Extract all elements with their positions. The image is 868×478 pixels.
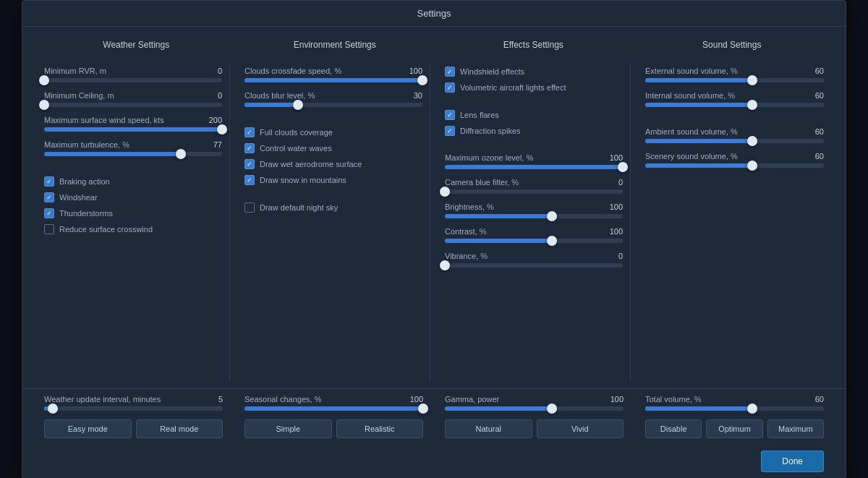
effects-section: ✓ Windshield effects ✓ Volumetric aircra… [438, 63, 631, 381]
done-row: Done [22, 445, 846, 478]
sound-buttons: Disable Optimum Maximum [645, 419, 824, 438]
clouds-crossfade-label: Clouds crossfade speed, % [244, 67, 341, 75]
weather-header: Weather Settings [37, 34, 236, 56]
content-area: Minimum RVR, m 0 Minimum Ceiling, m 0 [22, 56, 846, 388]
simple-button[interactable]: Simple [244, 419, 332, 438]
ambient-sound-slider-row: Ambient sound volume, % 60 [645, 127, 824, 143]
vol-lights-checkbox-row[interactable]: ✓ Volumetric aircraft lights effect [445, 82, 623, 93]
environment-section: Clouds crossfade speed, % 100 Clouds blu… [237, 63, 430, 381]
sound-bottom: Total volume, % 60 Disable Optimum Maxim… [638, 389, 831, 441]
weather-buttons: Easy mode Real mode [44, 419, 223, 438]
gamma-label: Gamma, power [445, 395, 499, 404]
clouds-crossfade-track[interactable] [244, 78, 422, 82]
clouds-blur-track[interactable] [244, 103, 422, 107]
lens-flares-checkbox-row[interactable]: ✓ Lens flares [445, 110, 623, 120]
total-volume-value: 60 [802, 395, 824, 404]
contrast-label: Contrast, % [445, 227, 486, 236]
brightness-track[interactable] [445, 214, 623, 218]
weather-update-track[interactable] [44, 406, 223, 411]
reduce-crosswind-checkbox[interactable] [44, 224, 54, 234]
min-rvr-value: 0 [200, 67, 222, 75]
optimum-button[interactable]: Optimum [706, 419, 762, 438]
full-clouds-label: Full clouds coverage [260, 128, 333, 137]
done-button[interactable]: Done [761, 451, 824, 472]
ozone-slider-row: Maximum ozone level, % 100 [445, 153, 623, 169]
environment-bottom: Seasonal changes, % 100 Simple Realistic [237, 389, 430, 441]
vol-lights-checkbox[interactable]: ✓ [445, 82, 455, 93]
scenery-sound-value: 60 [802, 152, 824, 161]
min-rvr-track[interactable] [44, 78, 222, 82]
reduce-crosswind-checkbox-row[interactable]: Reduce surface crosswind [44, 224, 222, 234]
real-mode-button[interactable]: Real mode [136, 419, 224, 438]
disable-button[interactable]: Disable [645, 419, 702, 438]
reduce-crosswind-label: Reduce surface crosswind [59, 225, 153, 234]
ext-sound-track[interactable] [645, 78, 824, 82]
wet-aerodrome-checkbox[interactable]: ✓ [244, 159, 255, 169]
windshear-checkbox[interactable]: ✓ [44, 192, 54, 202]
night-sky-checkbox-row[interactable]: Draw default night sky [244, 202, 422, 213]
windshear-label: Windshear [59, 193, 98, 202]
int-sound-track[interactable] [645, 103, 824, 107]
realistic-button[interactable]: Realistic [336, 419, 424, 438]
braking-action-checkbox-row[interactable]: ✓ Braking action [44, 176, 222, 187]
total-volume-slider-row: Total volume, % 60 [645, 395, 824, 411]
scenery-sound-track[interactable] [645, 163, 824, 168]
natural-button[interactable]: Natural [445, 419, 532, 438]
vibrance-track[interactable] [445, 263, 623, 268]
seasonal-label: Seasonal changes, % [244, 395, 321, 404]
snow-mountains-checkbox[interactable]: ✓ [244, 175, 255, 185]
weather-update-value: 5 [201, 395, 223, 404]
seasonal-track[interactable] [244, 406, 423, 411]
wet-aerodrome-label: Draw wet aerodrome surface [260, 160, 362, 168]
blue-filter-track[interactable] [445, 189, 623, 194]
weather-update-label: Weather update interval, minutes [44, 395, 161, 404]
ozone-value: 100 [601, 153, 623, 162]
environment-buttons: Simple Realistic [244, 419, 423, 438]
maximum-button[interactable]: Maximum [767, 419, 824, 438]
ozone-track[interactable] [445, 165, 623, 169]
sound-header: Sound Settings [633, 34, 832, 56]
vivid-button[interactable]: Vivid [537, 419, 624, 438]
braking-action-checkbox[interactable]: ✓ [44, 176, 54, 187]
vibrance-slider-row: Vibrance, % 0 [445, 252, 623, 268]
ext-sound-label: External sound volume, % [645, 67, 738, 75]
snow-mountains-checkbox-row[interactable]: ✓ Draw snow in mountains [244, 175, 422, 185]
max-wind-track[interactable] [44, 127, 222, 132]
contrast-track[interactable] [445, 239, 623, 243]
thunderstorms-checkbox-row[interactable]: ✓ Thunderstorms [44, 208, 222, 218]
lens-flares-checkbox[interactable]: ✓ [445, 110, 455, 120]
weather-section: Minimum RVR, m 0 Minimum Ceiling, m 0 [37, 63, 230, 381]
windshield-effects-checkbox-row[interactable]: ✓ Windshield effects [445, 67, 623, 77]
full-clouds-checkbox-row[interactable]: ✓ Full clouds coverage [244, 127, 422, 137]
min-rvr-label: Minimum RVR, m [44, 67, 106, 75]
min-ceiling-track[interactable] [44, 103, 222, 107]
int-sound-label: Internal sound volume, % [645, 91, 735, 100]
windshield-effects-checkbox[interactable]: ✓ [445, 67, 455, 77]
blue-filter-slider-row: Camera blue filter, % 0 [445, 178, 623, 194]
water-waves-label: Control water waves [260, 144, 332, 153]
diffraction-spikes-checkbox[interactable]: ✓ [445, 126, 455, 136]
diffraction-spikes-checkbox-row[interactable]: ✓ Diffraction spikes [445, 126, 623, 136]
gamma-track[interactable] [445, 406, 624, 411]
night-sky-checkbox[interactable] [244, 202, 255, 213]
wet-aerodrome-checkbox-row[interactable]: ✓ Draw wet aerodrome surface [244, 159, 422, 169]
diffraction-spikes-label: Diffraction spikes [460, 127, 521, 135]
effects-bottom: Gamma, power 100 Natural Vivid [438, 389, 631, 441]
gamma-slider-row: Gamma, power 100 [445, 395, 624, 411]
total-volume-track[interactable] [645, 406, 824, 411]
thunderstorms-checkbox[interactable]: ✓ [44, 208, 54, 218]
water-waves-checkbox[interactable]: ✓ [244, 143, 255, 153]
windshear-checkbox-row[interactable]: ✓ Windshear [44, 192, 222, 202]
easy-mode-button[interactable]: Easy mode [44, 419, 132, 438]
max-wind-label: Maximum surface wind speed, kts [44, 116, 164, 124]
seasonal-value: 100 [401, 395, 423, 404]
min-ceiling-value: 0 [200, 91, 222, 100]
ambient-sound-track[interactable] [645, 139, 824, 143]
contrast-slider-row: Contrast, % 100 [445, 227, 623, 243]
seasonal-slider-row: Seasonal changes, % 100 [244, 395, 423, 411]
water-waves-checkbox-row[interactable]: ✓ Control water waves [244, 143, 422, 153]
max-turbulence-track[interactable] [44, 152, 222, 156]
ext-sound-value: 60 [802, 67, 824, 75]
full-clouds-checkbox[interactable]: ✓ [244, 127, 255, 137]
sound-section: External sound volume, % 60 Internal sou… [638, 63, 831, 381]
